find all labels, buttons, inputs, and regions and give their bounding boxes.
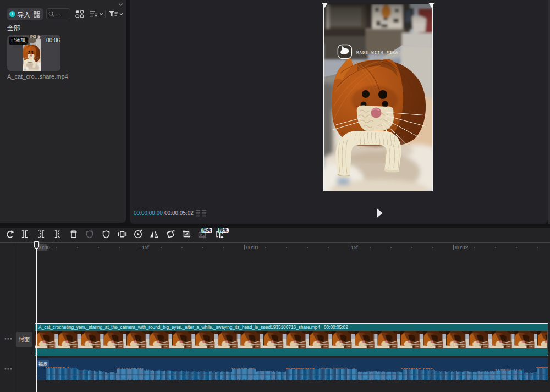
svg-text:褐皮: 褐皮 <box>38 361 48 367</box>
